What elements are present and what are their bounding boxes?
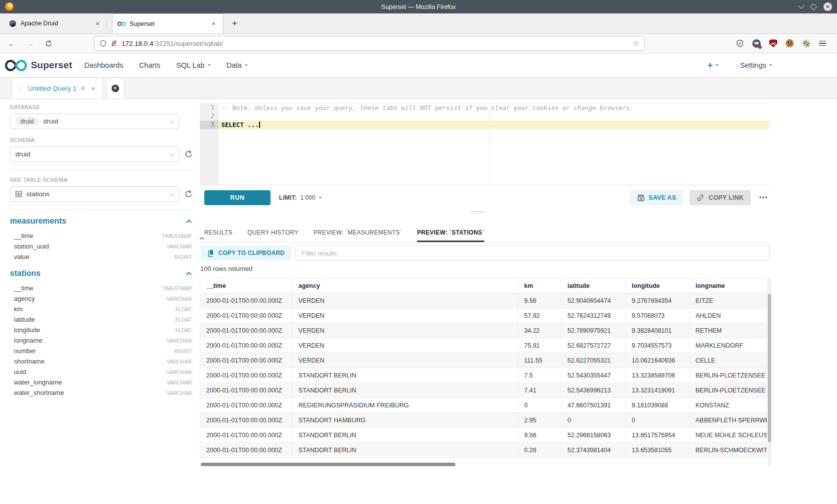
ublock-icon[interactable]: uO (769, 39, 777, 47)
window-minimize-icon[interactable] (798, 2, 805, 9)
editor-code-area[interactable]: -- Note: Unless you save your query, the… (219, 104, 769, 185)
cell: 52.6227055321 (561, 353, 626, 368)
horizontal-scrollbar-thumb[interactable] (201, 463, 455, 466)
database-select[interactable]: druid druid (10, 114, 179, 129)
table-row[interactable]: 2000-01-01T00:00:00.000ZSTANDORT BERLIN7… (200, 383, 767, 398)
refresh-schema-icon[interactable] (184, 150, 193, 158)
results-tab-results[interactable]: RESULTS (204, 224, 233, 242)
schema-select[interactable]: druid (10, 146, 179, 162)
drag-handle-icon[interactable]: ⋮ (17, 85, 24, 92)
results-tab-preview-stations[interactable]: PREVIEW: `STATIONS` (417, 224, 484, 242)
extension-icons: uO (736, 39, 826, 48)
run-button[interactable]: RUN (204, 190, 271, 205)
container-mask-icon[interactable] (752, 39, 761, 48)
schema-table-header[interactable]: measurements (10, 217, 192, 226)
add-query-tab-button[interactable]: + (106, 78, 124, 99)
column-name: latitude (14, 316, 35, 323)
query-tabstrip: ⋮ Untitled Query 1 ✕ + (0, 78, 837, 99)
sqllab-sidebar: DATABASE druid druid SCHEMA druid SEE TA… (0, 99, 199, 504)
column-name: number (14, 347, 36, 355)
shield-icon[interactable] (100, 40, 107, 47)
new-browser-tab-button[interactable]: + (227, 16, 242, 31)
cell: VERDEN (292, 293, 518, 308)
superset-logo-icon (5, 60, 27, 71)
url-bar[interactable]: 172.18.0.4:32251/superset/sqllab/ ☆ (94, 36, 645, 51)
column-header[interactable]: km (518, 278, 561, 293)
cell: 7.5 (518, 368, 561, 383)
forward-icon[interactable]: → (26, 39, 34, 48)
browser-tabstrip: Apache Druid ✕ Superset ✕ + (0, 13, 837, 34)
collapse-south-pane-icon[interactable] (199, 237, 205, 240)
limit-dropdown[interactable]: LIMIT: 1 000 (279, 194, 322, 201)
save-as-button[interactable]: SAVE AS (630, 190, 684, 205)
nav-item-data[interactable]: Data (227, 61, 248, 69)
close-icon[interactable]: ✕ (91, 86, 96, 92)
column-name: longname (14, 337, 42, 344)
menu-icon[interactable] (819, 41, 826, 46)
window-maximize-icon[interactable] (810, 3, 817, 10)
settings-menu[interactable]: Settings (740, 61, 772, 69)
editor-toolbar: RUN LIMIT: 1 000 SAVE AS COPY LINK ••• (204, 190, 770, 205)
unsaved-indicator-dot (81, 86, 85, 91)
cell: 9.56 (518, 293, 561, 308)
table-row[interactable]: 2000-01-01T00:00:00.000ZVERDEN111.5552.6… (200, 353, 767, 368)
schema-table-header[interactable]: stations (10, 269, 192, 278)
cell: VERDEN (292, 353, 518, 368)
pane-splitter-handle[interactable] (471, 211, 484, 213)
cell: STANDORT HAMBURG (292, 413, 518, 428)
lock-slash-icon[interactable] (111, 40, 118, 47)
bookmark-star-icon[interactable]: ☆ (633, 39, 639, 47)
table-row[interactable]: 2000-01-01T00:00:00.000ZSTANDORT HAMBURG… (200, 413, 767, 428)
copy-to-clipboard-button[interactable]: COPY TO CLIPBOARD (201, 246, 291, 260)
nav-item-charts[interactable]: Charts (139, 61, 160, 69)
filter-results-input[interactable] (295, 246, 770, 260)
column-header[interactable]: latitude (561, 278, 626, 293)
chevron-up-icon[interactable] (186, 219, 192, 223)
sql-editor[interactable]: 1 2 3 -- Note: Unless you save your quer… (200, 103, 769, 185)
reload-icon[interactable] (45, 40, 52, 47)
refresh-tables-icon[interactable] (184, 190, 193, 198)
url-text[interactable]: 172.18.0.4:32251/superset/sqllab/ (122, 40, 223, 47)
vertical-scrollbar[interactable] (768, 278, 771, 466)
privacy-shield-icon[interactable] (736, 39, 744, 47)
results-tab-query-history[interactable]: QUERY HISTORY (248, 224, 298, 242)
table-row[interactable]: 2000-01-01T00:00:00.000ZREGIERUNGSPRÄSID… (200, 398, 767, 413)
copy-link-button[interactable]: COPY LINK (690, 190, 751, 205)
table-row[interactable]: 2000-01-01T00:00:00.000ZVERDEN9.5652.904… (200, 293, 767, 308)
table-row[interactable]: 2000-01-01T00:00:00.000ZSTANDORT BERLIN9… (200, 428, 767, 443)
superset-brand[interactable]: Superset (5, 60, 72, 71)
column-header[interactable]: __time (200, 278, 292, 293)
cell: 2000-01-01T00:00:00.000Z (200, 428, 292, 443)
cell: 10.0621640936 (626, 353, 690, 368)
browser-toolbar: ← → 172.18.0.4:32251/superset/sqllab/ ☆ … (0, 34, 837, 53)
table-row[interactable]: 2000-01-01T00:00:00.000ZSTANDORT BERLIN0… (200, 443, 767, 458)
nav-item-dashboards[interactable]: Dashboards (84, 61, 123, 69)
column-header[interactable]: longitude (626, 278, 690, 293)
results-tab-preview-measurements[interactable]: PREVIEW: `MEASUREMENTS` (313, 224, 402, 242)
cookie-icon[interactable] (786, 39, 794, 47)
column-type: VARCHAR (166, 390, 192, 396)
window-titlebar[interactable]: Superset — Mozilla Firefox ✕ (0, 0, 837, 13)
close-icon[interactable]: ✕ (210, 20, 218, 27)
vertical-scrollbar-thumb[interactable] (768, 294, 771, 442)
browser-tab-superset[interactable]: Superset ✕ (112, 13, 223, 33)
back-icon[interactable]: ← (8, 39, 15, 48)
cell: 52.5430355447 (561, 368, 626, 383)
more-options-button[interactable]: ••• (757, 194, 770, 201)
table-row[interactable]: 2000-01-01T00:00:00.000ZVERDEN57.9252.76… (200, 308, 767, 323)
query-tab-untitled-query-1[interactable]: ⋮ Untitled Query 1 ✕ (12, 78, 103, 99)
colorful-asterisk-icon[interactable] (802, 39, 811, 48)
window-close-button[interactable]: ✕ (824, 2, 832, 11)
column-header[interactable]: longname (690, 278, 767, 293)
close-icon[interactable]: ✕ (94, 20, 102, 27)
column-header[interactable]: agency (292, 278, 518, 293)
table-row[interactable]: 2000-01-01T00:00:00.000ZVERDEN75.9152.68… (200, 338, 767, 353)
tab-separator (107, 18, 107, 28)
browser-tab-apache-druid[interactable]: Apache Druid ✕ (4, 13, 107, 33)
table-select[interactable]: stations (10, 186, 179, 202)
chevron-up-icon[interactable] (186, 271, 192, 275)
nav-item-sql-lab[interactable]: SQL Lab (176, 61, 211, 69)
new-item-button[interactable]: + (707, 60, 718, 71)
table-row[interactable]: 2000-01-01T00:00:00.000ZVERDEN34.2252.78… (200, 323, 767, 338)
table-row[interactable]: 2000-01-01T00:00:00.000ZSTANDORT BERLIN7… (200, 368, 767, 383)
